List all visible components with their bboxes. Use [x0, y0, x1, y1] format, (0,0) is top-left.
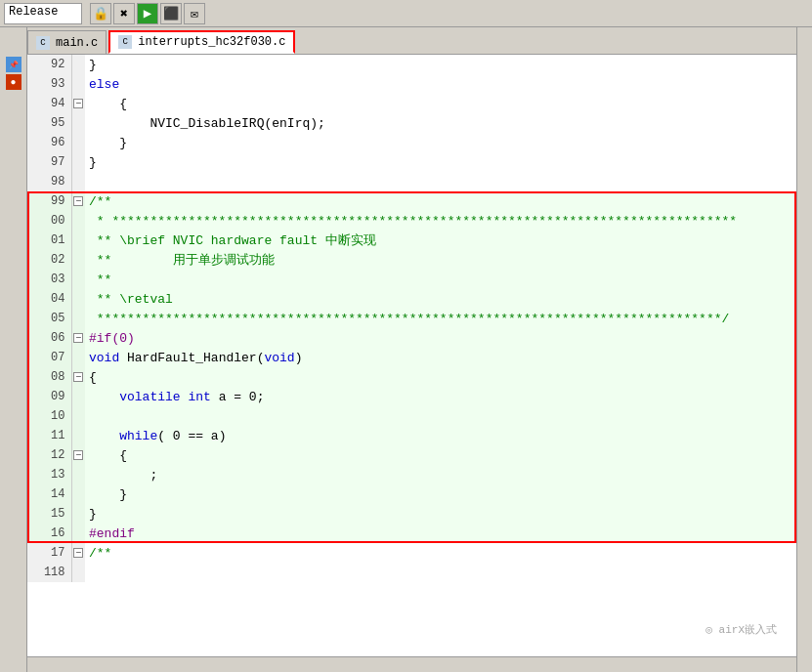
table-row: 97} [27, 152, 796, 172]
tab-interrupts-c-label: interrupts_hc32f030.c [138, 35, 285, 49]
line-number: 12 [27, 445, 71, 465]
line-number: 10 [27, 406, 71, 426]
left-gutter: 📌 ● [0, 27, 27, 672]
line-number: 14 [27, 484, 71, 504]
release-dropdown[interactable]: Release [4, 3, 82, 24]
line-number: 11 [27, 426, 71, 445]
mail-btn[interactable]: ✉ [184, 3, 205, 24]
code-content: ; [85, 465, 796, 484]
table-row: 02 ** 用于单步调试功能 [27, 250, 796, 270]
code-content: { [85, 445, 796, 465]
editor-panel: C main.c C interrupts_hc32f030.c 92}93el… [27, 27, 796, 672]
line-number: 06 [27, 328, 71, 348]
fold-indicator[interactable]: − [71, 445, 85, 465]
line-number: 99 [27, 191, 71, 211]
table-row: 17−/** [27, 543, 796, 563]
code-content: } [85, 152, 796, 172]
watermark: ◎ airX嵌入式 [705, 622, 777, 637]
code-content: while( 0 == a) [85, 426, 796, 445]
fold-indicator [71, 172, 85, 191]
right-scrollbar[interactable] [796, 27, 812, 672]
fold-indicator[interactable]: − [71, 191, 85, 211]
fold-indicator [71, 113, 85, 133]
fold-indicator [71, 250, 85, 270]
table-row: 04 ** \retval [27, 289, 796, 309]
line-number: 94 [27, 94, 71, 113]
code-content: ** \brief NVIC hardware fault 中断实现 [85, 231, 796, 250]
fold-indicator[interactable]: − [71, 328, 85, 348]
code-content: } [85, 133, 796, 152]
fold-indicator [71, 270, 85, 289]
code-area[interactable]: 92}93else94− {95 NVIC_DisableIRQ(enIrq);… [27, 55, 796, 656]
close-btn[interactable]: ✖ [113, 3, 135, 24]
tab-interrupts-c[interactable]: C interrupts_hc32f030.c [108, 30, 295, 54]
line-number: 02 [27, 250, 71, 270]
fold-indicator[interactable]: − [71, 367, 85, 387]
table-row: 13 ; [27, 465, 796, 484]
code-content: void HardFault_Handler(void) [85, 348, 796, 367]
fold-indicator [71, 152, 85, 172]
table-row: 07void HardFault_Handler(void) [27, 348, 796, 367]
line-number: 16 [27, 524, 71, 543]
table-row: 16#endif [27, 524, 796, 543]
table-row: 05 *************************************… [27, 309, 796, 328]
fold-indicator[interactable]: − [71, 94, 85, 113]
fold-indicator [71, 309, 85, 328]
code-content: /** [85, 191, 796, 211]
table-row: 00 * ***********************************… [27, 211, 796, 231]
table-row: 118 [27, 563, 796, 582]
line-number: 97 [27, 152, 71, 172]
tab-main-c-icon: C [36, 36, 50, 50]
table-row: 94− { [27, 94, 796, 113]
fold-indicator [71, 289, 85, 309]
fold-indicator[interactable]: − [71, 543, 85, 563]
line-number: 13 [27, 465, 71, 484]
code-content: #endif [85, 524, 796, 543]
table-row: 10 [27, 406, 796, 426]
code-content: } [85, 484, 796, 504]
tab-interrupts-c-icon: C [118, 35, 132, 49]
run-btn[interactable]: ▶ [137, 3, 158, 24]
code-content: ** [85, 270, 796, 289]
table-row: 01 ** \brief NVIC hardware fault 中断实现 [27, 231, 796, 250]
breakpoint-icon[interactable]: ● [6, 74, 21, 90]
table-row: 09 volatile int a = 0; [27, 387, 796, 406]
table-row: 06−#if(0) [27, 328, 796, 348]
stop-btn[interactable]: ⬛ [160, 3, 182, 24]
fold-indicator [71, 426, 85, 445]
tab-main-c[interactable]: C main.c [27, 30, 107, 54]
line-number: 96 [27, 133, 71, 152]
code-content [85, 563, 796, 582]
toolbar: Release 🔒 ✖ ▶ ⬛ ✉ [0, 0, 812, 27]
fold-indicator [71, 406, 85, 426]
fold-indicator [71, 465, 85, 484]
fold-indicator [71, 387, 85, 406]
fold-indicator [71, 74, 85, 94]
fold-indicator [71, 484, 85, 504]
fold-indicator [71, 348, 85, 367]
table-row: 93else [27, 74, 796, 94]
tab-main-c-label: main.c [56, 36, 98, 50]
line-number: 09 [27, 387, 71, 406]
line-number: 92 [27, 55, 71, 74]
table-row: 08−{ [27, 367, 796, 387]
table-row: 95 NVIC_DisableIRQ(enIrq); [27, 113, 796, 133]
bookmark-icon[interactable]: 📌 [6, 57, 21, 72]
tab-bar: C main.c C interrupts_hc32f030.c [27, 27, 796, 55]
table-row: 98 [27, 172, 796, 191]
fold-indicator [71, 55, 85, 74]
code-content: volatile int a = 0; [85, 387, 796, 406]
line-number: 07 [27, 348, 71, 367]
line-number: 04 [27, 289, 71, 309]
lock-btn[interactable]: 🔒 [90, 3, 111, 24]
fold-indicator [71, 211, 85, 231]
code-content: /** [85, 543, 796, 563]
line-number: 17 [27, 543, 71, 563]
code-content: NVIC_DisableIRQ(enIrq); [85, 113, 796, 133]
bottom-scrollbar[interactable] [27, 656, 796, 672]
code-content: else [85, 74, 796, 94]
code-content: ** \retval [85, 289, 796, 309]
table-row: 11 while( 0 == a) [27, 426, 796, 445]
table-row: 96 } [27, 133, 796, 152]
line-number: 03 [27, 270, 71, 289]
